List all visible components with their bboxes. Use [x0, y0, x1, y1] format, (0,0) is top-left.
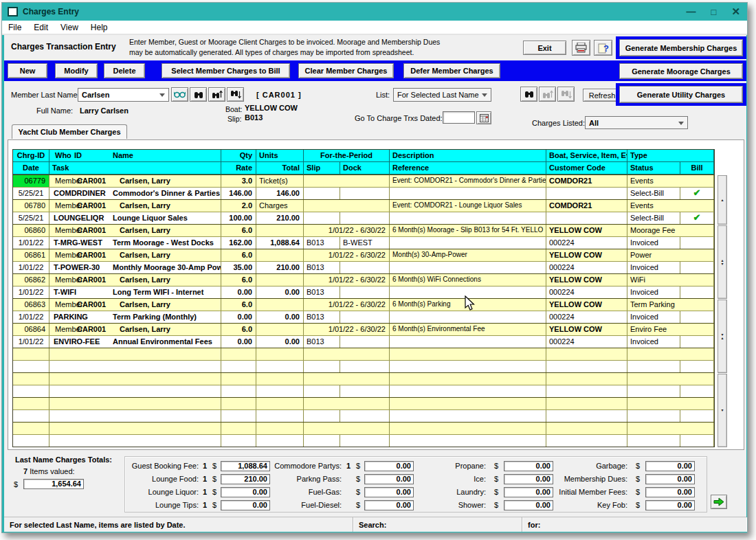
- col-rate[interactable]: Rate: [221, 162, 256, 175]
- charge-row-detail-06863[interactable]: 1/01/22PARKINGTerm Parking (Monthly)0.00…: [13, 311, 714, 323]
- col-task[interactable]: Task: [49, 162, 221, 175]
- items-valued-line: 7 Items valued:: [23, 467, 75, 475]
- new-button[interactable]: New: [8, 63, 47, 78]
- empty-cell: [13, 423, 49, 434]
- total-value-field[interactable]: 0.00: [645, 461, 695, 471]
- help-button[interactable]: ?: [594, 40, 612, 56]
- mouse-cursor: [465, 295, 477, 312]
- col-slip[interactable]: Slip: [304, 162, 340, 175]
- charge-row-detail-06862[interactable]: 1/01/22T-WIFILong Term WIFI - Internet0.…: [13, 286, 714, 298]
- grid-scrollbar-segment-1[interactable]: ▴: [718, 175, 727, 225]
- date-cell: 5/25/21: [13, 188, 49, 199]
- find-previous-list-button-disabled[interactable]: [539, 87, 556, 102]
- total-value-field[interactable]: 1,654.64: [23, 479, 84, 489]
- col-total[interactable]: Total: [256, 162, 304, 175]
- col-status[interactable]: Status: [627, 162, 680, 175]
- charge-row-main-06861[interactable]: 06861MemberCAR001Carlsen, Larry6.01/01/2…: [13, 249, 714, 261]
- goto-charge-date-input[interactable]: [443, 111, 475, 124]
- total-value-field[interactable]: 0.00: [645, 487, 695, 497]
- type-cell: WiFi: [627, 274, 714, 286]
- post-charges-button[interactable]: [711, 495, 727, 509]
- generate-moorage-charges-button[interactable]: Generate Moorage Charges: [619, 63, 743, 79]
- exit-button[interactable]: Exit: [523, 41, 566, 55]
- who-id-name-cell: MemberCAR001Carlsen, Larry: [49, 225, 221, 236]
- generate-membership-charges-button[interactable]: Generate Membership Charges: [619, 39, 743, 56]
- charge-row-main-06863[interactable]: 06863MemberCAR001Carlsen, Larry6.01/01/2…: [13, 298, 714, 311]
- menu-file[interactable]: File: [2, 23, 27, 32]
- empty-cell: [546, 410, 627, 422]
- period-cell: [304, 175, 390, 187]
- total-value-field[interactable]: 0.00: [645, 500, 695, 510]
- charge-row-detail-06860[interactable]: 1/01/22T-MRG-WESTTerm Moorage - West Doc…: [13, 236, 714, 249]
- select-member-charges-button[interactable]: Select Member Charges to Bill: [162, 63, 290, 78]
- grid-body: 06779MemberCAR001Carlsen, Larry3.0Ticket…: [13, 175, 714, 447]
- member-last-name-combo[interactable]: Carlsen: [78, 88, 169, 102]
- col-date[interactable]: Date: [13, 162, 49, 175]
- view-member-button[interactable]: [171, 87, 188, 102]
- close-icon[interactable]: ✕: [731, 5, 740, 18]
- charge-row-main-06860[interactable]: 06860MemberCAR001Carlsen, Larry6.01/01/2…: [13, 224, 714, 236]
- list-combo[interactable]: For Selected Last Name: [393, 88, 491, 102]
- col-boat-service-item-event[interactable]: Boat, Service, Item, Event: [546, 150, 627, 162]
- minimize-icon[interactable]: —: [687, 6, 696, 17]
- col-bill[interactable]: Bill: [680, 162, 714, 175]
- binoculars-down-icon: [561, 90, 572, 99]
- units-cell: Charges: [256, 200, 304, 212]
- col-units[interactable]: Units: [256, 150, 304, 162]
- boat-cell: YELLOW COW: [546, 324, 627, 335]
- col-customer-code[interactable]: Customer Code: [546, 162, 627, 175]
- charge-row-main-06779[interactable]: 06779MemberCAR001Carlsen, Larry3.0Ticket…: [13, 175, 714, 187]
- charge-row-main-06864[interactable]: 06864MemberCAR001Carlsen, Larry6.01/01/2…: [13, 323, 714, 335]
- col-period[interactable]: For-the-Period: [304, 150, 390, 162]
- find-member-button[interactable]: [190, 87, 207, 102]
- clear-member-charges-button[interactable]: Clear Member Charges: [298, 63, 394, 78]
- find-next-member-button[interactable]: [227, 87, 244, 102]
- charge-row-main-06780[interactable]: 06780MemberCAR001Carlsen, Larry2.0Charge…: [13, 199, 714, 212]
- grid-scrollbar-segment-3[interactable]: ▾▴: [718, 300, 727, 373]
- col-type[interactable]: Type: [627, 150, 714, 162]
- units-cell: [256, 324, 304, 335]
- total-dollar-sign: $: [636, 488, 640, 496]
- calendar-button[interactable]: [476, 111, 491, 124]
- find-previous-member-button[interactable]: [208, 87, 225, 102]
- charges-listed-combo[interactable]: All: [585, 116, 688, 129]
- print-button[interactable]: [572, 40, 590, 56]
- col-who-id-name[interactable]: WhoIDName: [49, 150, 221, 162]
- modify-button[interactable]: Modify: [55, 63, 98, 78]
- delete-button[interactable]: Delete: [104, 63, 145, 78]
- menu-view[interactable]: View: [54, 23, 85, 32]
- find-list-button[interactable]: [520, 87, 537, 102]
- description-cell: 6 Month(s) WiFi Connections: [390, 274, 546, 286]
- col-description[interactable]: Description: [390, 150, 546, 162]
- bill-check-cell: [680, 237, 714, 249]
- charge-row-main-06862[interactable]: 06862MemberCAR001Carlsen, Larry6.01/01/2…: [13, 273, 714, 286]
- grid-scrollbar-segment-2[interactable]: ▴▾: [718, 225, 727, 299]
- defer-member-charges-button[interactable]: Defer Member Charges: [403, 63, 500, 78]
- charge-row-detail-06864[interactable]: 1/01/22ENVIRO-FEEAnnual Environmental Fe…: [13, 335, 714, 348]
- charge-row-detail-06780[interactable]: 5/25/21LOUNGELIQRLounge Liquor Sales100.…: [13, 212, 714, 224]
- qty-cell: 6.0: [221, 274, 256, 286]
- find-next-list-button-disabled[interactable]: [557, 87, 575, 102]
- goto-charge-date-label: Go To Charge Trxs Dated:: [355, 114, 443, 122]
- boat-cell: YELLOW COW: [546, 274, 627, 286]
- col-qty[interactable]: Qty: [221, 150, 256, 162]
- menu-help[interactable]: Help: [85, 23, 114, 32]
- empty-cell: [13, 385, 49, 397]
- total-label: Lounge Liquor:: [96, 488, 199, 496]
- menu-edit[interactable]: Edit: [27, 23, 54, 32]
- grid-scrollbar-segment-4[interactable]: ▾: [718, 374, 727, 447]
- col-chrg-id[interactable]: Chrg-ID: [13, 150, 49, 162]
- qty-cell: 2.0: [221, 200, 256, 212]
- charge-row-detail-06861[interactable]: 1/01/22T-POWER-30Monthly Moorage 30-Amp …: [13, 261, 714, 273]
- empty-cell: [49, 435, 221, 447]
- tab-yacht-club-member-charges[interactable]: Yacht Club Member Charges: [12, 124, 127, 139]
- total-value-field[interactable]: 0.00: [645, 474, 695, 484]
- totals-band: Last Name Charges Totals: 7 Items valued…: [4, 451, 746, 517]
- maximize-icon[interactable]: □: [711, 7, 717, 17]
- charge-row-detail-06779[interactable]: 5/25/21COMDRDINERCommodor's Dinner & Par…: [13, 187, 714, 199]
- col-dock[interactable]: Dock: [340, 162, 390, 175]
- generate-utility-charges-button[interactable]: Generate Utility Charges: [619, 86, 743, 103]
- col-reference[interactable]: Reference: [390, 162, 546, 175]
- bill-check-cell: [680, 336, 714, 348]
- empty-cell: [680, 361, 714, 372]
